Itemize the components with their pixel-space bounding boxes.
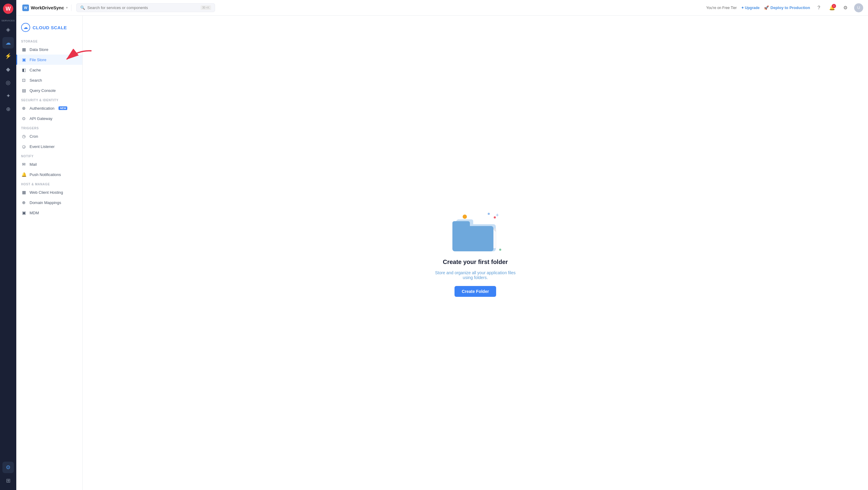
- event-listener-icon: ◶: [21, 144, 27, 149]
- sidebar-item-push-notifications[interactable]: 🔔 Push Notifications: [16, 169, 82, 179]
- sidebar-item-data-store[interactable]: ▦ Data Store: [16, 44, 82, 55]
- folder-front: [453, 226, 493, 251]
- rail-chart-icon[interactable]: ⚡: [2, 50, 14, 62]
- app-wrapper: W Services ◈ ☁ ⚡ ◆ ◎ ✦ ⊕ ⚙ ⊞ W WorkDrive…: [0, 0, 868, 490]
- app-name-chevron-icon: ▾: [66, 6, 67, 9]
- api-gateway-label: API Gateway: [30, 116, 53, 121]
- rail-grid-icon[interactable]: ⊞: [2, 475, 14, 486]
- rail-diamond-icon[interactable]: ◆: [2, 64, 14, 75]
- free-tier-label: You're on Free Tier: [706, 6, 737, 10]
- push-notif-label: Push Notifications: [30, 172, 61, 177]
- rail-cloud-icon[interactable]: ☁: [2, 37, 14, 48]
- host-manage-section-label: HOST & MANAGE: [16, 179, 82, 187]
- empty-state-subtitle: Store and organize all your application …: [430, 270, 521, 280]
- file-store-icon: ▣: [21, 57, 27, 62]
- cron-label: Cron: [30, 134, 38, 139]
- rail-users-icon[interactable]: ◎: [2, 77, 14, 88]
- search-shortcut: ⌘+K: [200, 5, 211, 10]
- sidebar-item-mail[interactable]: ✉ Mail: [16, 159, 82, 169]
- auth-label: Authentication: [30, 106, 54, 110]
- decor-plus: +: [496, 212, 499, 219]
- storage-section-label: STORAGE: [16, 37, 82, 44]
- security-section-label: SECURITY & IDENTITY: [16, 96, 82, 103]
- cloud-scale-label: CLOUD SCALE: [33, 25, 67, 30]
- decor-dot-orange: [463, 215, 467, 219]
- mail-label: Mail: [30, 162, 37, 167]
- notification-badge: 1: [832, 4, 836, 8]
- rail-settings-icon[interactable]: ⊕: [2, 103, 14, 115]
- sidebar-item-file-store[interactable]: ▣ File Store: [16, 55, 82, 65]
- query-console-icon: ▤: [21, 88, 27, 93]
- domain-mappings-icon: ⊕: [21, 200, 27, 205]
- web-hosting-icon: ▦: [21, 190, 27, 195]
- cache-label: Cache: [30, 68, 41, 72]
- sidebar-item-cron[interactable]: ◷ Cron: [16, 131, 82, 141]
- user-avatar[interactable]: U: [854, 3, 863, 12]
- rail-logo: W: [3, 4, 13, 14]
- search-input[interactable]: [88, 5, 198, 10]
- sidebar-item-cache[interactable]: ◧ Cache: [16, 65, 82, 75]
- sidebar-item-domain-mappings[interactable]: ⊕ Domain Mappings: [16, 197, 82, 208]
- search-icon: 🔍: [80, 5, 85, 10]
- query-console-label: Query Console: [30, 88, 56, 93]
- cron-icon: ◷: [21, 133, 27, 139]
- decor-dot-blue: [488, 213, 490, 215]
- app-name-group: W WorkDriveSync ▾: [21, 4, 71, 11]
- folder-illustration: +: [448, 209, 502, 251]
- rocket-icon: 🚀: [764, 5, 769, 10]
- sidebar-item-api-gateway[interactable]: ⊙ API Gateway: [16, 113, 82, 124]
- help-icon: ?: [818, 5, 820, 10]
- rail-code-icon[interactable]: ◈: [2, 24, 14, 35]
- auth-icon: ⊛: [21, 105, 27, 111]
- search-label: Search: [30, 78, 42, 83]
- sidebar-item-authentication[interactable]: ⊛ Authentication NEW: [16, 103, 82, 113]
- mdm-icon: ▣: [21, 210, 27, 216]
- web-hosting-label: Web Client Hosting: [30, 190, 63, 195]
- file-store-label: File Store: [30, 58, 46, 62]
- cloud-scale-header: ☁ CLOUD SCALE: [16, 21, 82, 37]
- domain-mappings-label: Domain Mappings: [30, 200, 61, 205]
- sidebar-item-query-console[interactable]: ▤ Query Console: [16, 85, 82, 96]
- deploy-button[interactable]: 🚀 Deploy to Production: [764, 5, 810, 10]
- main-content: +: [83, 0, 868, 490]
- create-folder-button[interactable]: Create Folder: [455, 286, 496, 297]
- icon-rail: W Services ◈ ☁ ⚡ ◆ ◎ ✦ ⊕ ⚙ ⊞: [0, 0, 16, 490]
- mdm-label: MDM: [30, 210, 39, 215]
- cloud-scale-icon: ☁: [21, 23, 30, 32]
- push-notif-icon: 🔔: [21, 172, 27, 177]
- sidebar-item-search[interactable]: ⊡ Search: [16, 75, 82, 85]
- gear-icon: ⚙: [843, 5, 847, 10]
- notifications-button[interactable]: 🔔 1: [828, 3, 837, 12]
- cache-icon: ◧: [21, 67, 27, 73]
- help-button[interactable]: ?: [814, 3, 824, 12]
- sidebar-item-web-hosting[interactable]: ▦ Web Client Hosting: [16, 187, 82, 197]
- avatar-letter: U: [857, 5, 860, 10]
- api-gateway-icon: ⊙: [21, 116, 27, 121]
- sidebar: ☁ CLOUD SCALE STORAGE ▦ Data Store ▣ Fil…: [16, 0, 83, 490]
- empty-state-title: Create your first folder: [443, 259, 508, 265]
- data-store-label: Data Store: [30, 47, 48, 52]
- rail-globe-icon[interactable]: ✦: [2, 90, 14, 102]
- logo-letter: W: [6, 6, 11, 12]
- app-name-label: WorkDriveSync: [31, 5, 64, 10]
- search-sidebar-icon: ⊡: [21, 77, 27, 83]
- settings-button[interactable]: ⚙: [841, 3, 850, 12]
- empty-state: +: [430, 209, 521, 297]
- sidebar-item-mdm[interactable]: ▣ MDM: [16, 208, 82, 218]
- new-badge: NEW: [59, 106, 67, 110]
- search-bar[interactable]: 🔍 ⌘+K: [76, 3, 215, 12]
- mail-icon: ✉: [21, 162, 27, 167]
- triggers-section-label: TRIGGERS: [16, 124, 82, 131]
- upgrade-plus-icon: ✦: [741, 6, 744, 10]
- decor-dot-green: [499, 249, 501, 251]
- data-store-icon: ▦: [21, 47, 27, 52]
- header: W WorkDriveSync ▾ 🔍 ⌘+K You're on Free T…: [16, 0, 868, 16]
- services-label: Services: [1, 19, 15, 22]
- header-right: You're on Free Tier ✦ Upgrade 🚀 Deploy t…: [706, 3, 863, 12]
- sidebar-item-event-listener[interactable]: ◶ Event Listener: [16, 141, 82, 152]
- rail-wrench-icon[interactable]: ⚙: [2, 462, 14, 473]
- folder-tab-front: [453, 221, 470, 227]
- notify-section-label: NOTIFY: [16, 152, 82, 159]
- upgrade-button[interactable]: ✦ Upgrade: [741, 6, 760, 10]
- event-listener-label: Event Listener: [30, 144, 55, 149]
